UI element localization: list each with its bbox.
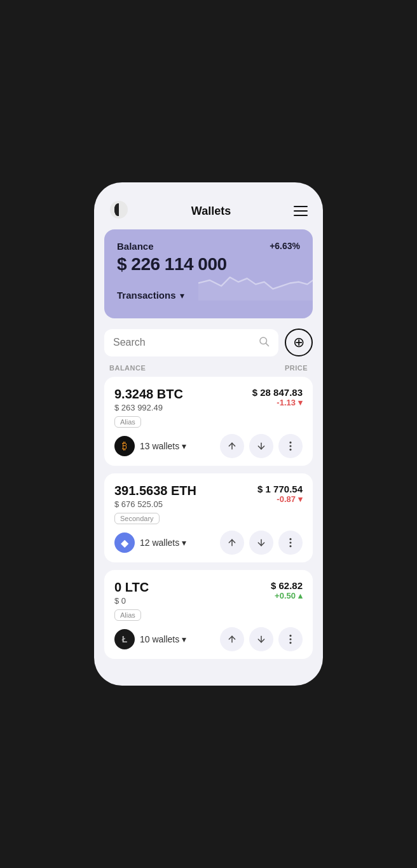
logo-icon: [109, 200, 128, 222]
wallets-count-btc[interactable]: 13 wallets ▾: [140, 441, 186, 451]
search-icon: [258, 336, 270, 350]
page-title: Wallets: [191, 205, 231, 218]
coin-change-eth: -0.87 ▾: [257, 494, 303, 504]
coin-card-eth: 391.5638 ETH $ 676 525.05 $ 1 770.54 -0.…: [104, 473, 313, 562]
coin-usd-btc: $ 263 992.49: [114, 403, 183, 412]
wallets-count-ltc[interactable]: 10 wallets ▾: [140, 634, 186, 644]
coin-card-btc: 9.3248 BTC $ 263 992.49 $ 28 847.83 -1.1…: [104, 377, 313, 466]
wallets-count-eth[interactable]: 12 wallets ▾: [140, 538, 186, 548]
price-col-header: PRICE: [285, 364, 308, 372]
receive-button-btc[interactable]: [249, 434, 273, 458]
alias-badge-ltc: Alias: [114, 609, 141, 621]
svg-point-11: [289, 541, 291, 543]
receive-button-eth[interactable]: [249, 531, 273, 555]
search-row: ⊕: [104, 329, 313, 356]
add-icon: ⊕: [293, 334, 304, 351]
btc-logo: ₿: [114, 436, 135, 456]
coin-price-btc: $ 28 847.83: [252, 387, 303, 398]
column-headers: BALANCE PRICE: [94, 356, 323, 377]
alias-badge-eth: Secondary: [114, 513, 160, 524]
svg-point-12: [289, 545, 291, 547]
up-triangle-icon: ▴: [298, 591, 303, 600]
search-box: [104, 329, 278, 356]
add-wallet-button[interactable]: ⊕: [285, 329, 313, 356]
chevron-down-icon: ▾: [182, 634, 186, 644]
send-button-eth[interactable]: [220, 531, 244, 555]
svg-line-2: [266, 343, 268, 346]
coin-amount-btc: 9.3248 BTC: [114, 387, 183, 402]
search-input[interactable]: [113, 337, 253, 348]
coin-price-ltc: $ 62.82: [271, 580, 303, 591]
chevron-down-icon: ▾: [182, 538, 186, 548]
svg-point-7: [289, 449, 291, 451]
send-button-ltc[interactable]: [220, 627, 244, 651]
down-triangle-icon: ▾: [298, 494, 303, 504]
balance-chart: [198, 266, 313, 301]
phone-shell: Wallets Balance +6.63% $ 226 114 000 Tra…: [94, 182, 323, 686]
coin-change-ltc: +0.50 ▴: [271, 591, 303, 600]
coin-change-btc: -1.13 ▾: [252, 398, 303, 407]
svg-point-16: [289, 638, 291, 640]
more-button-btc[interactable]: [278, 434, 303, 458]
receive-button-ltc[interactable]: [249, 627, 273, 651]
svg-point-10: [289, 538, 291, 540]
coin-amount-eth: 391.5638 ETH: [114, 484, 196, 498]
coin-usd-ltc: $ 0: [114, 596, 149, 606]
eth-logo: ◆: [114, 532, 135, 553]
header: Wallets: [94, 195, 323, 229]
chevron-down-icon: ▾: [180, 290, 184, 301]
coin-card-ltc: 0 LTC $ 0 $ 62.82 +0.50 ▴ Alias Ł 10 wal…: [104, 570, 313, 659]
coin-amount-ltc: 0 LTC: [114, 580, 149, 595]
chevron-down-icon: ▾: [182, 441, 186, 451]
transactions-label: Transactions: [117, 290, 176, 301]
more-button-ltc[interactable]: [278, 627, 303, 651]
balance-col-header: BALANCE: [109, 364, 146, 372]
balance-percent: +6.63%: [270, 241, 300, 251]
coin-price-eth: $ 1 770.54: [257, 484, 303, 494]
svg-point-17: [289, 642, 291, 644]
svg-point-6: [289, 445, 291, 447]
menu-icon[interactable]: [294, 206, 308, 216]
coin-usd-eth: $ 676 525.05: [114, 499, 196, 509]
alias-badge-btc: Alias: [114, 416, 141, 428]
ltc-logo: Ł: [114, 629, 135, 649]
send-button-btc[interactable]: [220, 434, 244, 458]
more-button-eth[interactable]: [278, 531, 303, 555]
down-triangle-icon: ▾: [298, 398, 303, 407]
balance-card: Balance +6.63% $ 226 114 000 Transaction…: [104, 229, 313, 318]
svg-point-5: [289, 442, 291, 444]
svg-point-15: [289, 635, 291, 637]
